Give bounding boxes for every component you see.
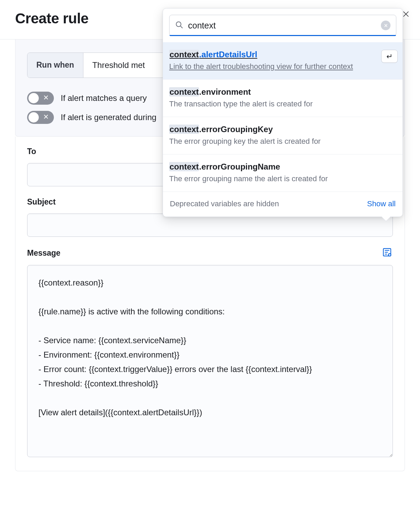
search-value: context — [188, 21, 376, 31]
suggestion-title: context.environment — [169, 87, 396, 97]
variable-search-input[interactable]: context — [169, 15, 396, 36]
suggestion-item[interactable]: context.environment The transaction type… — [163, 80, 402, 117]
suggestion-title: context.errorGroupingName — [169, 162, 396, 172]
switch-knob — [28, 112, 39, 123]
suggestion-title: context.alertDetailsUrl — [169, 50, 396, 59]
insert-variable-button[interactable] — [383, 248, 393, 258]
message-label: Message — [27, 248, 60, 258]
variable-list-icon — [383, 248, 392, 257]
run-when-label: Run when — [27, 53, 83, 78]
enter-hint-badge: ↵ — [381, 50, 398, 63]
popover-footer: Deprecated variables are hidden Show all — [163, 192, 402, 217]
message-textarea[interactable]: {{context.reason}} {{rule.name}} is acti… — [27, 265, 393, 457]
suggestion-list: context.alertDetailsUrl Link to the aler… — [163, 42, 402, 192]
svg-point-7 — [176, 22, 181, 27]
run-when-value: Threshold met — [83, 53, 154, 78]
toggle-label: If alert matches a query — [61, 93, 147, 103]
subject-input[interactable] — [27, 213, 393, 237]
show-all-link[interactable]: Show all — [367, 199, 396, 208]
suggestion-desc: Link to the alert troubleshooting view f… — [169, 62, 396, 71]
svg-line-8 — [180, 26, 183, 28]
search-icon — [175, 21, 183, 30]
x-icon — [43, 94, 49, 102]
close-icon — [402, 10, 410, 18]
switch-alert-maintenance[interactable] — [27, 111, 54, 124]
x-icon — [43, 114, 49, 121]
suggestion-item[interactable]: context.errorGroupingName The error grou… — [163, 154, 402, 192]
close-icon — [384, 23, 388, 28]
suggestion-desc: The error grouping name the alert is cre… — [169, 174, 396, 183]
toggle-label: If alert is generated during — [61, 113, 156, 122]
clear-search-button[interactable] — [381, 21, 390, 30]
suggestion-desc: The error grouping key the alert is crea… — [169, 137, 396, 146]
variable-autocomplete-popover: context context.alertDetailsUrl Link to … — [163, 8, 403, 217]
switch-alert-matches-query[interactable] — [27, 92, 54, 105]
footer-info: Deprecated variables are hidden — [170, 199, 279, 208]
suggestion-item[interactable]: context.alertDetailsUrl Link to the aler… — [163, 42, 402, 80]
suggestion-desc: The transaction type the alert is create… — [169, 100, 396, 108]
switch-knob — [28, 93, 39, 103]
suggestion-item[interactable]: context.errorGroupingKey The error group… — [163, 117, 402, 154]
suggestion-title: context.errorGroupingKey — [169, 125, 396, 134]
